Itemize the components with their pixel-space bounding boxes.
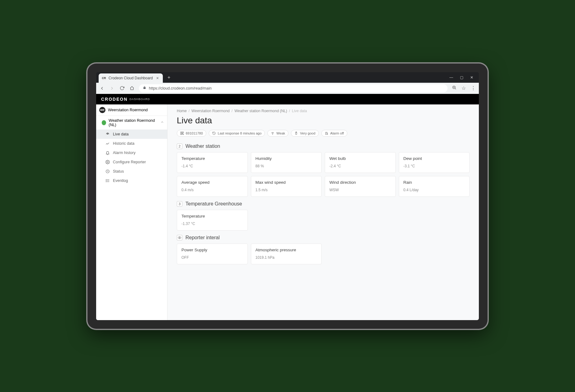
forward-button[interactable]: [109, 86, 115, 91]
sidebar-item-historic-data[interactable]: Historic data: [96, 139, 167, 148]
brand-name: CRODEON: [101, 97, 128, 102]
sidebar-item-label: Status: [113, 169, 124, 174]
gear-icon: [105, 160, 110, 164]
close-window-icon[interactable]: ✕: [470, 75, 473, 80]
sidebar-item-label: Historic data: [113, 141, 134, 146]
tablet-frame: CR Crodeon Cloud Dashboard × + — ▢ ✕: [87, 64, 488, 329]
card-grid: Temperature -1.4 °C Humidity 88 % Wet bu…: [177, 152, 470, 197]
section-title: Temperature Greenhouse: [185, 201, 242, 207]
section-header-weather-station: 2 Weather station: [177, 143, 470, 149]
metric-card[interactable]: Temperature -1.4 °C: [177, 152, 248, 173]
sidebar-item-status[interactable]: Status: [96, 167, 167, 176]
brand-sub: DASHBOARD: [130, 98, 150, 101]
svg-rect-7: [181, 132, 182, 133]
sidebar-item-live-data[interactable]: Live data: [96, 130, 167, 139]
home-button[interactable]: [129, 86, 135, 91]
sidebar-root[interactable]: WE Weerstation Roermond: [96, 104, 167, 116]
metric-card[interactable]: Rain 0.4 L/day: [399, 176, 470, 197]
bell-off-icon: [325, 131, 328, 135]
chart-icon: [105, 141, 110, 146]
favicon: CR: [102, 76, 106, 80]
metric-card[interactable]: Dew point -3.1 °C: [399, 152, 470, 173]
sidebar: WE Weerstation Roermond Weather station …: [96, 104, 167, 320]
sidebar-item-eventlog[interactable]: Eventlog: [96, 176, 167, 185]
breadcrumb: Home / Weerstation Roermond / Weather st…: [177, 109, 470, 113]
url-field[interactable]: https://cloud.crodeon.com/read/main: [139, 84, 448, 92]
sidebar-item-configure-reporter[interactable]: Configure Reporter: [96, 157, 167, 167]
section-title: Weather station: [185, 143, 220, 149]
zoom-icon[interactable]: [452, 85, 457, 91]
breadcrumb-item[interactable]: Home: [177, 109, 187, 113]
battery-pill[interactable]: Very good: [291, 130, 319, 137]
card-grid: Temperature -1.37 °C: [177, 210, 470, 231]
sidebar-station[interactable]: Weather station Roermond (NL): [96, 116, 167, 130]
address-bar: https://cloud.crodeon.com/read/main ☆ ⋮: [96, 83, 479, 94]
lock-icon: [143, 86, 146, 90]
section-title: Reporter interal: [185, 235, 220, 240]
metric-card[interactable]: Temperature -1.37 °C: [177, 210, 248, 231]
minimize-icon[interactable]: —: [449, 75, 453, 80]
svg-rect-8: [182, 132, 184, 133]
svg-rect-13: [296, 132, 297, 134]
card-grid: Power Supply OFF Atmospheric pressure 10…: [177, 244, 470, 264]
back-button[interactable]: [99, 86, 105, 91]
metric-card[interactable]: Atmospheric pressure 1019.1 hPa: [251, 244, 322, 264]
last-response-pill[interactable]: Last response 8 minutes ago: [209, 130, 265, 137]
signal-pill[interactable]: Weak: [267, 130, 288, 137]
breadcrumb-item[interactable]: Weerstation Roermond: [191, 109, 230, 113]
metric-card[interactable]: Wind direction WSW: [325, 176, 396, 197]
section-badge: 3: [177, 201, 182, 207]
window-controls: — ▢ ✕: [449, 75, 479, 80]
svg-rect-11: [183, 134, 184, 135]
page-title: Live data: [177, 116, 470, 126]
browser-window: CR Crodeon Cloud Dashboard × + — ▢ ✕: [96, 72, 479, 320]
svg-point-4: [106, 179, 106, 179]
reload-button[interactable]: [119, 86, 125, 91]
breadcrumb-item[interactable]: Weather station Roermond (NL): [234, 109, 287, 113]
maximize-icon[interactable]: ▢: [460, 75, 463, 80]
eye-icon: [177, 235, 182, 240]
browser-tab[interactable]: CR Crodeon Cloud Dashboard ×: [99, 73, 163, 83]
metric-card[interactable]: Power Supply OFF: [177, 244, 248, 264]
avatar: WE: [99, 107, 105, 113]
qr-icon: [180, 131, 184, 135]
url-text: https://cloud.crodeon.com/read/main: [149, 86, 212, 90]
sidebar-station-label: Weather station Roermond (NL): [109, 118, 158, 127]
svg-point-12: [273, 134, 273, 134]
main-content: Home / Weerstation Roermond / Weather st…: [167, 104, 479, 320]
svg-point-1: [107, 134, 108, 134]
sidebar-root-label: Weerstation Roermond: [108, 108, 148, 112]
close-tab-icon[interactable]: ×: [155, 76, 160, 80]
section-header-reporter-internal: Reporter interal: [177, 235, 470, 240]
svg-rect-10: [182, 134, 183, 134]
metric-card[interactable]: Humidity 88 %: [251, 152, 322, 173]
svg-point-2: [107, 161, 108, 163]
breadcrumb-current: Live data: [292, 109, 307, 113]
history-icon: [212, 131, 216, 135]
svg-rect-14: [296, 132, 296, 132]
app-header: CRODEON DASHBOARD: [96, 94, 479, 104]
bookmark-star-icon[interactable]: ☆: [461, 85, 466, 91]
clock-icon: [105, 169, 110, 174]
app-body: WE Weerstation Roermond Weather station …: [96, 104, 479, 320]
metric-card[interactable]: Wet bulb -2.4 °C: [325, 152, 396, 173]
device-id-pill[interactable]: 691011780: [177, 130, 206, 137]
broadcast-icon: [105, 132, 110, 136]
browser-menu-icon[interactable]: ⋮: [471, 85, 476, 91]
metric-card[interactable]: Max wind speed 1.5 m/s: [251, 176, 322, 197]
wifi-icon: [271, 131, 274, 135]
new-tab-button[interactable]: +: [165, 73, 173, 82]
metric-card[interactable]: Average speed 0.4 m/s: [177, 176, 248, 197]
battery-icon: [294, 131, 298, 135]
bell-icon: [105, 151, 110, 155]
sidebar-item-alarm-history[interactable]: Alarm history: [96, 148, 167, 157]
sidebar-item-label: Alarm history: [113, 151, 136, 155]
sidebar-item-label: Live data: [113, 132, 129, 136]
tab-title: Crodeon Cloud Dashboard: [109, 76, 153, 80]
tab-strip: CR Crodeon Cloud Dashboard × + — ▢ ✕: [96, 72, 479, 83]
station-status-icon: [102, 120, 106, 125]
svg-point-5: [106, 180, 106, 181]
alarm-pill[interactable]: Alarm off: [321, 130, 347, 137]
svg-point-15: [179, 237, 180, 238]
svg-point-6: [106, 181, 106, 182]
